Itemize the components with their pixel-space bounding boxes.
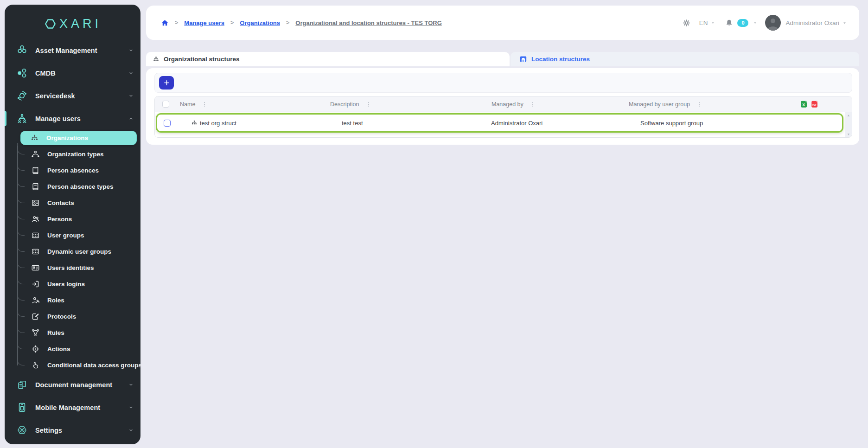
sidebar-item-roles[interactable]: Roles xyxy=(5,292,140,308)
sidebar-item-label: Conditional data access groups xyxy=(47,362,140,369)
bell-icon[interactable] xyxy=(725,19,734,27)
gear-icon[interactable] xyxy=(682,19,691,27)
app-logo[interactable]: XARI xyxy=(5,8,140,39)
sidebar-item-person-absences[interactable]: Person absences xyxy=(5,162,140,179)
header-scroll-spacer xyxy=(845,96,852,112)
contact-card-icon xyxy=(31,198,40,207)
target-icon xyxy=(31,345,40,353)
sitemap-icon xyxy=(191,120,198,126)
sidebar-item-dynamic-user-groups[interactable]: Dynamic user groups xyxy=(5,243,140,260)
sidebar-item-manage-users[interactable]: Manage users xyxy=(5,107,140,130)
export-pdf-icon[interactable]: PDF xyxy=(811,100,819,108)
row-checkbox[interactable] xyxy=(164,120,171,127)
building-icon xyxy=(519,55,527,63)
sidebar-item-settings[interactable]: Settings xyxy=(5,419,140,442)
tab-label: Organizational structures xyxy=(164,56,240,63)
sidebar-item-users-identities[interactable]: Users identities xyxy=(5,260,140,276)
documents-icon xyxy=(17,379,27,390)
sidebar-item-user-groups[interactable]: User groups xyxy=(5,227,140,243)
sidebar-item-servicedesk[interactable]: Servicedesk xyxy=(5,84,140,107)
header-cell-managed-by-user-group[interactable]: Managed by user group xyxy=(621,101,779,108)
column-menu-icon[interactable] xyxy=(696,101,702,108)
column-menu-icon[interactable] xyxy=(201,101,208,108)
tab-organizational-structures[interactable]: Organizational structures xyxy=(146,52,510,66)
sidebar-item-actions[interactable]: Actions xyxy=(5,341,140,357)
column-menu-icon[interactable] xyxy=(530,101,536,108)
sidebar-item-organizations[interactable]: Organizations xyxy=(20,131,137,145)
export-excel-icon[interactable]: X xyxy=(800,100,808,108)
plus-icon xyxy=(163,79,171,87)
sidebar-item-organization-types[interactable]: Organization types xyxy=(5,146,140,162)
share-icon xyxy=(31,328,40,337)
tab-location-structures[interactable]: Location structures xyxy=(511,52,859,66)
sidebar-item-cmdb[interactable]: CMDB xyxy=(5,62,140,84)
sidebar-item-protocols[interactable]: Protocols xyxy=(5,308,140,325)
sidebar-item-label: Actions xyxy=(47,346,70,352)
row-cell-managed-by: Administrator Oxari xyxy=(478,120,622,127)
sidebar-item-users-logins[interactable]: Users logins xyxy=(5,276,140,292)
row-cell-name: test org struct xyxy=(177,120,325,127)
header-cell-name[interactable]: Name xyxy=(176,101,325,108)
sidebar-item-persons[interactable]: Persons xyxy=(5,211,140,227)
chevron-down-icon xyxy=(128,70,134,76)
sidebar-item-label: Users logins xyxy=(47,281,85,288)
data-table: NameDescriptionManaged byManaged by user… xyxy=(154,96,852,138)
nodes-icon xyxy=(31,150,40,159)
sidebar-item-label: User groups xyxy=(47,232,84,239)
language-label: EN xyxy=(699,19,708,26)
chevron-down-icon xyxy=(128,382,134,388)
header-cell-export: XPDF xyxy=(779,100,845,108)
breadcrumb-separator: > xyxy=(286,19,289,26)
table-row[interactable]: test org structtest testAdministrator Ox… xyxy=(156,113,843,133)
sidebar-item-label: Organizations xyxy=(46,134,88,141)
row-cell-select xyxy=(157,120,177,127)
tab-strip: Organizational structuresLocation struct… xyxy=(146,52,859,66)
row-cell-managed-by-user-group: Software support group xyxy=(622,120,779,127)
role-icon xyxy=(31,296,40,305)
notification-badge[interactable]: 0 xyxy=(737,19,748,27)
select-all-checkbox[interactable] xyxy=(162,101,169,108)
home-icon[interactable] xyxy=(161,19,169,27)
top-bar: >Manage users>Organizations>Organization… xyxy=(146,6,859,40)
sidebar-item-rules[interactable]: Rules xyxy=(5,325,140,341)
breadcrumb-item-manage-users[interactable]: Manage users xyxy=(184,19,224,26)
table-scrollbar[interactable]: ▲ ▼ xyxy=(845,112,852,137)
chevron-down-icon xyxy=(128,404,134,410)
sidebar-item-person-absence-types[interactable]: Person absence types xyxy=(5,179,140,195)
caret-down-icon[interactable] xyxy=(842,20,847,26)
scroll-up-arrow[interactable]: ▲ xyxy=(847,114,850,117)
sidebar-submenu: OrganizationsOrganization typesPerson ab… xyxy=(5,131,140,373)
sidebar-item-conditional-data-access-groups[interactable]: Conditional data access groups xyxy=(5,357,140,373)
sidebar-nav: Asset ManagementCMDBServicedeskManage us… xyxy=(5,39,140,442)
caret-down-icon[interactable] xyxy=(753,20,758,26)
sidebar-item-label: Mobile Management xyxy=(35,404,128,411)
column-label: Name xyxy=(180,101,195,108)
sidebar-item-label: Settings xyxy=(35,427,128,434)
sidebar-item-mobile-management[interactable]: Mobile Management xyxy=(5,396,140,419)
header-cell-select xyxy=(155,101,176,108)
avatar[interactable] xyxy=(765,15,781,31)
user-name: Administrator Oxari xyxy=(785,19,839,26)
language-selector[interactable]: EN xyxy=(699,19,716,26)
scroll-down-arrow[interactable]: ▼ xyxy=(847,133,850,136)
sidebar-item-document-management[interactable]: Document management xyxy=(5,373,140,396)
breadcrumb-item-organizations[interactable]: Organizations xyxy=(240,19,280,26)
header-cell-managed-by[interactable]: Managed by xyxy=(478,101,621,108)
table-toolbar xyxy=(154,73,852,93)
add-button[interactable] xyxy=(159,76,174,90)
sidebar-item-label: Contacts xyxy=(47,199,74,206)
sidebar-item-label: Servicedesk xyxy=(35,92,128,100)
group-icon xyxy=(31,247,40,256)
row-name: test org struct xyxy=(200,120,236,127)
column-label: Managed by user group xyxy=(629,101,690,108)
sidebar-item-contacts[interactable]: Contacts xyxy=(5,195,140,211)
column-label: Description xyxy=(330,101,359,108)
servicedesk-icon xyxy=(17,90,27,101)
sidebar-item-asset-management[interactable]: Asset Management xyxy=(5,39,140,62)
header-cell-description[interactable]: Description xyxy=(325,101,478,108)
breadcrumb-separator: > xyxy=(175,19,178,26)
svg-text:PDF: PDF xyxy=(812,103,817,106)
column-menu-icon[interactable] xyxy=(365,101,372,108)
sidebar-item-label: Rules xyxy=(47,329,64,336)
hand-icon xyxy=(31,361,40,370)
